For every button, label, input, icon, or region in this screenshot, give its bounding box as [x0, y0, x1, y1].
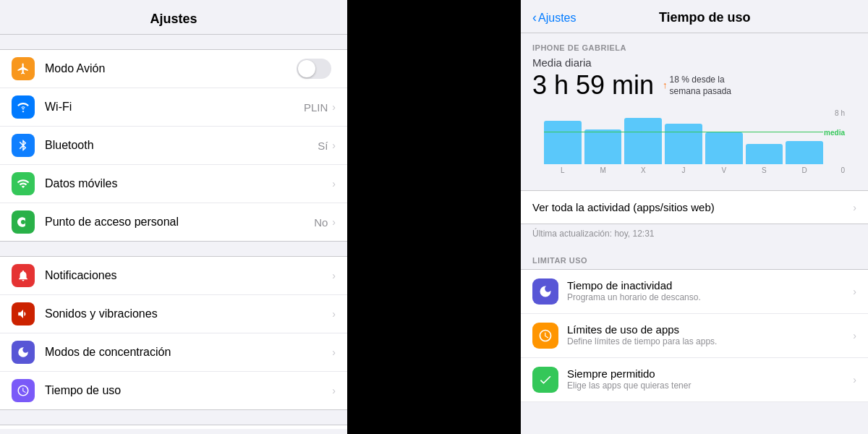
inactividad-chevron-icon: › — [853, 286, 856, 297]
back-chevron-icon: ‹ — [532, 10, 537, 25]
permitido-title: Siempre permitido — [567, 367, 851, 380]
bar-day-L: L — [561, 166, 565, 174]
bar-V: V — [705, 109, 743, 174]
modo-avion-label: Modo Avión — [45, 62, 105, 75]
settings-item-concentracion[interactable]: Modos de concentración› — [0, 333, 347, 372]
concentracion-right: › — [331, 346, 336, 358]
bar-fill-M — [584, 129, 622, 164]
punto-icon — [12, 210, 35, 234]
settings-list: Modo AviónWi-FiPLIN›BluetoothSí›Datos mó… — [0, 35, 347, 429]
modo-avion-right — [297, 59, 336, 79]
limit-item-inactividad[interactable]: Tiempo de inactividadPrograma un horario… — [521, 269, 868, 314]
arrow-up-icon: ↑ — [663, 80, 668, 92]
bar-day-S: S — [762, 166, 767, 174]
bar-L: L — [544, 109, 582, 174]
sonidos-right: › — [331, 308, 336, 320]
settings-item-punto[interactable]: Punto de acceso personalNo› — [0, 203, 347, 241]
notif-right: › — [331, 270, 336, 281]
notif-label: Notificaciones — [45, 269, 117, 282]
concentracion-icon — [12, 341, 35, 364]
time-change: ↑ 18 % desde la semana pasada — [663, 75, 735, 97]
settings-item-datos[interactable]: Datos móviles› — [0, 165, 347, 203]
settings-item-bluetooth[interactable]: BluetoothSí› — [0, 127, 347, 165]
punto-content: Punto de acceso personalNo› — [45, 216, 336, 229]
bluetooth-label: Bluetooth — [45, 139, 94, 152]
punto-chevron-icon: › — [332, 216, 336, 228]
screen-time-panel: ‹ Ajustes Tiempo de uso IPHONE DE GABRIE… — [521, 0, 868, 434]
permitido-icon — [532, 367, 558, 393]
daily-average-label: Media diaria — [532, 56, 856, 69]
limites-apps-desc: Define límites de tiempo para las apps. — [567, 336, 851, 348]
limites-apps-text: Límites de uso de appsDefine límites de … — [567, 323, 851, 348]
punto-value: No — [314, 216, 328, 229]
bar-fill-J — [665, 124, 702, 164]
screen-time-title: Tiempo de uso — [582, 10, 827, 25]
change-text: 18 % desde la semana pasada — [670, 75, 736, 97]
inactividad-text: Tiempo de inactividadPrograma un horario… — [567, 279, 851, 304]
bluetooth-value: Sí — [318, 140, 328, 152]
notif-icon — [12, 264, 35, 287]
modo-avion-icon — [12, 57, 35, 80]
bar-day-D: D — [802, 166, 807, 174]
inactividad-title: Tiempo de inactividad — [567, 279, 851, 292]
time-row: 3 h 59 min ↑ 18 % desde la semana pasada — [532, 70, 856, 101]
punto-right: No› — [314, 216, 336, 229]
device-section: IPHONE DE GABRIELA Media diaria 3 h 59 m… — [521, 33, 868, 190]
wifi-right: PLIN› — [304, 101, 336, 114]
device-label: IPHONE DE GABRIELA — [532, 43, 856, 52]
wifi-icon — [12, 95, 35, 119]
bar-fill-V — [705, 132, 743, 164]
limit-item-permitido[interactable]: Siempre permitidoElige las apps que quie… — [521, 358, 868, 402]
sonidos-content: Sonidos y vibraciones› — [45, 307, 336, 320]
datos-right: › — [331, 178, 336, 190]
back-button[interactable]: ‹ Ajustes — [532, 10, 576, 25]
bar-fill-D — [786, 141, 823, 164]
media-label: media — [824, 129, 845, 137]
settings-title: Ajustes — [14, 12, 333, 27]
settings-item-sonidos[interactable]: Sonidos y vibraciones› — [0, 295, 347, 333]
wifi-value: PLIN — [304, 101, 328, 114]
settings-group: Notificaciones›Sonidos y vibraciones›Mod… — [0, 256, 347, 410]
bar-fill-X — [624, 118, 662, 164]
tiempo-content: Tiempo de uso› — [45, 384, 336, 397]
bar-day-V: V — [721, 166, 726, 174]
settings-panel: Ajustes Modo AviónWi-FiPLIN›BluetoothSí›… — [0, 0, 347, 434]
media-line — [544, 132, 823, 132]
datos-label: Datos móviles — [45, 177, 117, 190]
notif-chevron-icon: › — [332, 270, 336, 281]
bluetooth-icon — [12, 134, 35, 157]
inactividad-icon — [532, 278, 558, 305]
wifi-content: Wi-FiPLIN› — [45, 101, 336, 114]
datos-icon — [12, 172, 35, 195]
bar-M: M — [584, 109, 622, 174]
bar-D: D — [786, 109, 823, 174]
wifi-label: Wi-Fi — [45, 101, 72, 114]
bar-chart-container: 8 h 0 LMXJVSD media — [544, 109, 845, 174]
tiempo-icon — [12, 379, 35, 402]
settings-group: Modo AviónWi-FiPLIN›BluetoothSí›Datos mó… — [0, 49, 347, 242]
bar-S: S — [746, 109, 783, 174]
activity-label: Ver toda la actividad (apps/sitios web) — [532, 201, 715, 213]
limit-item-limites-apps[interactable]: Límites de uso de appsDefine límites de … — [521, 314, 868, 358]
punto-label: Punto de acceso personal — [45, 216, 179, 229]
bluetooth-right: Sí› — [318, 140, 336, 152]
bar-fill-L — [544, 121, 582, 164]
tiempo-label: Tiempo de uso — [45, 384, 121, 397]
notif-content: Notificaciones› — [45, 269, 336, 282]
tiempo-right: › — [331, 385, 336, 396]
datos-content: Datos móviles› — [45, 177, 336, 190]
screen-time-header: ‹ Ajustes Tiempo de uso — [521, 0, 868, 33]
activity-row[interactable]: Ver toda la actividad (apps/sitios web) … — [521, 190, 868, 224]
limites-apps-title: Límites de uso de apps — [567, 323, 851, 336]
settings-item-notif[interactable]: Notificaciones› — [0, 257, 347, 295]
bar-X: X — [624, 109, 662, 174]
bar-chart: LMXJVSD — [544, 109, 845, 174]
settings-header: Ajustes — [0, 0, 347, 35]
settings-item-general[interactable]: General› — [0, 425, 347, 429]
settings-item-modo-avion[interactable]: Modo Avión — [0, 50, 347, 88]
modo-avion-toggle[interactable] — [297, 59, 331, 79]
settings-item-tiempo[interactable]: Tiempo de uso› — [0, 372, 347, 409]
settings-item-wifi[interactable]: Wi-FiPLIN› — [0, 88, 347, 127]
wifi-chevron-icon: › — [332, 101, 336, 113]
inactividad-desc: Programa un horario de descanso. — [567, 292, 851, 304]
